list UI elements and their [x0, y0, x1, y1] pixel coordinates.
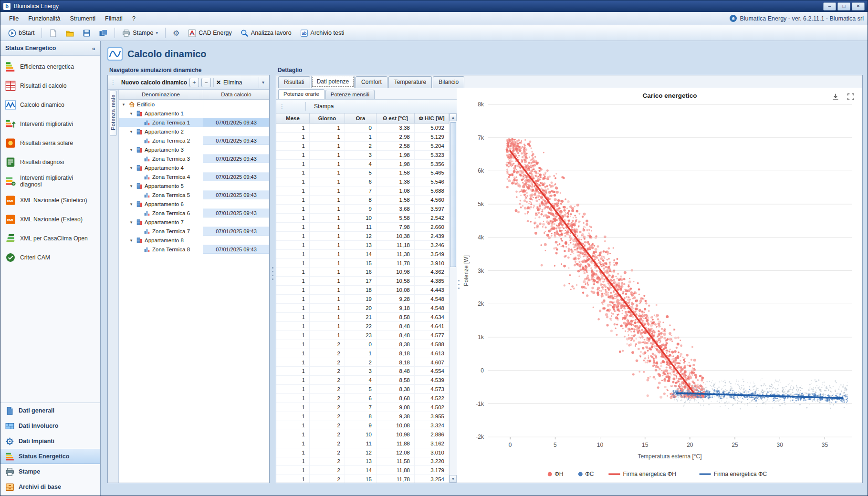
tree-row[interactable]: Zona Termica 807/01/2025 09:43: [119, 245, 269, 254]
table-row[interactable]: 121111,883.162: [276, 439, 449, 448]
side-tab-potenza-reale[interactable]: Potenza reale: [110, 91, 117, 136]
table-row[interactable]: 1208,384.588: [276, 340, 449, 349]
sidebar-item-criteri-cam[interactable]: Criteri CAM: [0, 248, 100, 267]
subtab-potenze-orarie[interactable]: Potenze orarie: [278, 89, 324, 99]
tree-expand-icon[interactable]: ▾: [128, 147, 134, 152]
tree-expand-icon[interactable]: ▾: [128, 238, 134, 243]
table-row[interactable]: 111311,183.246: [276, 241, 449, 250]
tab-risultati[interactable]: Risultati: [278, 76, 310, 88]
table-row[interactable]: 121511,783.254: [276, 475, 449, 483]
sidebar-item-risultati-di-calcolo[interactable]: Risultati di calcolo: [0, 76, 100, 95]
tree-expand-icon[interactable]: ▾: [128, 220, 134, 225]
table-col-header[interactable]: Mese: [276, 114, 310, 123]
tree-row[interactable]: ▾Edificio: [119, 100, 269, 109]
menu-file[interactable]: File: [4, 13, 23, 24]
table-row[interactable]: 1268,684.522: [276, 394, 449, 403]
table-export-button[interactable]: [297, 104, 303, 108]
table-row[interactable]: 121212,083.010: [276, 448, 449, 457]
table-row[interactable]: 111810,084.443: [276, 286, 449, 295]
menu-funzionalit[interactable]: Funzionalità: [23, 13, 65, 24]
tree-row[interactable]: ▾Appartamento 1: [119, 109, 269, 118]
table-row[interactable]: 11209,184.548: [276, 304, 449, 313]
tree-col-denominazione[interactable]: Denominazione: [119, 90, 203, 99]
tree-row[interactable]: ▾Appartamento 8: [119, 236, 269, 245]
table-row[interactable]: 1171,085.688: [276, 186, 449, 196]
tree-expand-icon[interactable]: ▾: [128, 111, 134, 116]
table-row[interactable]: 11238,484.577: [276, 331, 449, 340]
table-row[interactable]: 11199,284.548: [276, 295, 449, 304]
table-row[interactable]: 1122,585.204: [276, 142, 449, 151]
table-row[interactable]: 1248,584.539: [276, 376, 449, 385]
table-row[interactable]: 1228,184.607: [276, 358, 449, 367]
table-row[interactable]: 1103,385.092: [276, 124, 449, 133]
tree-row[interactable]: Zona Termica 507/01/2025 09:43: [119, 190, 269, 199]
subtab-potenze-mensili[interactable]: Potenze mensili: [325, 90, 375, 99]
tree-row[interactable]: Zona Termica 207/01/2025 09:43: [119, 136, 269, 145]
tree-row[interactable]: Zona Termica 707/01/2025 09:43: [119, 227, 269, 236]
tree-expand-icon[interactable]: ▾: [128, 129, 134, 134]
table-row[interactable]: 111210,382.439: [276, 232, 449, 241]
sidebar-item-risultati-diagnosi[interactable]: Risultati diagnosi: [0, 153, 100, 172]
table-row[interactable]: 1279,084.502: [276, 403, 449, 412]
table-row[interactable]: 1161,385.546: [276, 177, 449, 186]
chart-fullscreen-icon[interactable]: [846, 92, 856, 102]
menu-?[interactable]: ?: [127, 13, 140, 24]
nav-item-dati-generali[interactable]: Dati generali: [0, 403, 100, 418]
table-row[interactable]: 111610,984.362: [276, 268, 449, 277]
scroll-track[interactable]: [450, 121, 457, 475]
sidebar-collapse-icon[interactable]: «: [92, 45, 95, 52]
stampe-button[interactable]: Stampe▾: [118, 27, 162, 40]
settings-button[interactable]: ⚙: [169, 27, 183, 40]
sidebar-item-calcolo-dinamico[interactable]: Calcolo dinamico: [0, 95, 100, 114]
new-dynamic-calc-button[interactable]: Nuovo calcolo dinamico: [119, 79, 187, 86]
navigator-dettaglio-splitter[interactable]: [270, 65, 276, 483]
chart-download-icon[interactable]: [831, 92, 840, 102]
sidebar-item-xml-nazionale-sintetico-[interactable]: XMLXML Nazionale (Sintetico): [0, 191, 100, 210]
table-row[interactable]: 11218,584.634: [276, 313, 449, 322]
tree-row[interactable]: ▾Appartamento 5: [119, 181, 269, 190]
table-col-header[interactable]: Giorno: [310, 114, 345, 123]
table-row[interactable]: 111511,783.910: [276, 259, 449, 268]
table-row[interactable]: 1218,184.613: [276, 349, 449, 358]
scroll-thumb[interactable]: [450, 122, 456, 267]
table-row[interactable]: 111710,584.385: [276, 277, 449, 286]
tab-bilancio[interactable]: Bilancio: [433, 76, 464, 88]
bstart-button[interactable]: bStart: [4, 27, 38, 40]
table-row[interactable]: 1238,484.554: [276, 367, 449, 376]
menu-filmati[interactable]: Filmati: [100, 13, 127, 24]
menu-strumenti[interactable]: Strumenti: [65, 13, 101, 24]
table-row[interactable]: 11228,484.641: [276, 322, 449, 331]
tree-row[interactable]: Zona Termica 607/01/2025 09:43: [119, 208, 269, 217]
table-row[interactable]: 121010,982.886: [276, 430, 449, 439]
nav-item-archivi-di-base[interactable]: Archivi di base: [0, 479, 100, 495]
sidebar-item-interventi-migliorativi-diagnosi[interactable]: Interventi migliorativi diagnosi: [0, 172, 100, 191]
table-col-header[interactable]: Θ est [°C]: [376, 114, 415, 123]
table-row[interactable]: 11117,982.660: [276, 223, 449, 232]
tree-row[interactable]: Zona Termica 107/01/2025 09:43: [119, 118, 269, 127]
tree-row[interactable]: ▾Appartamento 4: [119, 163, 269, 172]
table-row[interactable]: 1289,383.955: [276, 412, 449, 421]
cad-energy-button[interactable]: CAD Energy: [184, 27, 235, 40]
expand-all-button[interactable]: ＋: [189, 78, 199, 87]
tree-row[interactable]: ▾Appartamento 3: [119, 145, 269, 154]
sidebar-item-xml-per-casaclima-open[interactable]: XML per CasaClima Open: [0, 229, 100, 248]
table-chart-splitter[interactable]: [457, 88, 461, 483]
table-row[interactable]: 11105,582.542: [276, 214, 449, 223]
table-row[interactable]: 12910,083.324: [276, 421, 449, 430]
new-button[interactable]: [45, 27, 61, 40]
table-col-header[interactable]: Ora: [345, 114, 376, 123]
open-button[interactable]: [62, 27, 78, 40]
tree-row[interactable]: Zona Termica 307/01/2025 09:43: [119, 154, 269, 163]
scroll-down-icon[interactable]: ▼: [450, 475, 457, 483]
nav-item-dati-impianti[interactable]: Dati Impianti: [0, 434, 100, 449]
sidebar-item-xml-nazionale-esteso-[interactable]: XMLXML Nazionale (Esteso): [0, 210, 100, 229]
sidebar-item-efficienza-energetica[interactable]: Efficienza energetica: [0, 57, 100, 76]
table-scrollbar[interactable]: ▲ ▼: [449, 114, 457, 483]
save-all-button[interactable]: [95, 27, 111, 40]
tree-col-data-calcolo[interactable]: Data calcolo: [203, 90, 269, 99]
table-row[interactable]: 1181,584.560: [276, 196, 449, 205]
table-row[interactable]: 111411,383.549: [276, 250, 449, 259]
scroll-up-icon[interactable]: ▲: [450, 114, 457, 121]
table-col-header[interactable]: Φ H/C [W]: [415, 114, 449, 123]
nav-item-status-energetico[interactable]: Status Energetico: [0, 449, 100, 464]
